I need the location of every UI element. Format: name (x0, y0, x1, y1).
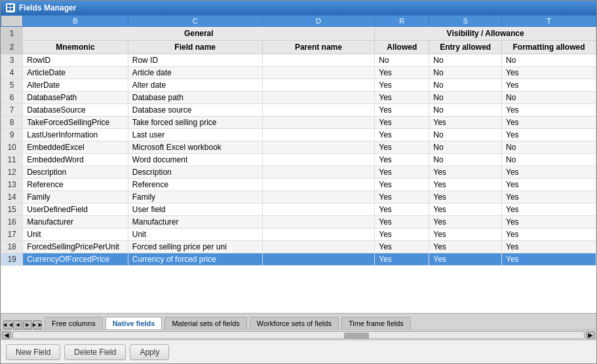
entry-allowed-cell: No (429, 141, 502, 154)
parent-name-cell (262, 179, 375, 191)
col-r-header[interactable]: R (375, 16, 429, 27)
tab-time-frame-fields[interactable]: Time frame fields (341, 317, 411, 329)
scroll-right-btn[interactable]: ► (586, 331, 595, 339)
allowed-cell: Yes (375, 204, 429, 216)
svg-rect-2 (7, 8, 10, 10)
row-num-cell: 15 (1, 204, 23, 216)
parent-name-cell (262, 67, 375, 79)
col-t-header[interactable]: T (502, 16, 596, 27)
allowed-cell: Yes (375, 104, 429, 117)
delete-field-button[interactable]: Delete Field (64, 344, 126, 360)
table-row[interactable]: 4ArticleDateArticle dateYesNoYes (1, 67, 596, 79)
tab-workforce-sets-of-fields[interactable]: Workforce sets of fields (250, 317, 339, 329)
parent-name-cell (262, 166, 375, 179)
bottom-bar: New Field Delete Field Apply (1, 340, 596, 363)
parent-name-cell (262, 228, 375, 241)
apply-button[interactable]: Apply (130, 344, 169, 360)
tab-native-fields[interactable]: Native fields (106, 317, 163, 329)
allowed-cell: Yes (375, 117, 429, 129)
entry-allowed-cell: No (429, 129, 502, 141)
scroll-left-btn[interactable]: ◄ (2, 331, 11, 339)
table-row[interactable]: 9LastUserInformationLast userYesNoYes (1, 129, 596, 141)
table-row[interactable]: 11EmbeddedWordWord documentYesNoNo (1, 154, 596, 166)
entry-allowed-cell: Yes (429, 241, 502, 253)
table-row[interactable]: 18ForcedSellingPricePerUnitForced sellin… (1, 241, 596, 253)
table-row[interactable]: 7DatabaseSourceDatabase sourceYesNoYes (1, 104, 596, 117)
svg-rect-1 (10, 5, 13, 7)
parent-name-cell (262, 117, 375, 129)
parent-name-cell (262, 154, 375, 166)
allowed-cell: Yes (375, 241, 429, 253)
scrollbar-thumb[interactable] (344, 333, 369, 339)
field-name-cell: Microsoft Excel workbook (128, 141, 262, 154)
tab-nav-first[interactable]: ◄◄ (3, 320, 12, 329)
table-row[interactable]: 5AlterDateAlter dateYesNoYes (1, 79, 596, 92)
col-s-header[interactable]: S (429, 16, 502, 27)
tab-material-sets-of-fields[interactable]: Material sets of fields (164, 317, 246, 329)
entry-allowed-cell: Yes (429, 117, 502, 129)
svg-rect-3 (10, 8, 13, 10)
table-row[interactable]: 19CurrencyOfForcedPriceCurrency of force… (1, 253, 596, 266)
tab-nav-prev[interactable]: ◄ (13, 320, 22, 329)
mnemonic-cell: Family (23, 191, 128, 204)
parent-name-cell (262, 191, 375, 204)
visibility-section-header: Visibility / Allowance (375, 27, 596, 41)
col-b-header[interactable]: B (23, 16, 128, 27)
table-row[interactable]: 12DescriptionDescriptionYesYesYes (1, 166, 596, 179)
tab-free-columns[interactable]: Free columns (45, 317, 103, 329)
row-num-cell: 13 (1, 179, 23, 191)
mnemonic-cell: CurrencyOfForcedPrice (23, 253, 128, 266)
fields-manager-window: Fields Manager B C D R S (0, 0, 597, 364)
tabs-container: Free columnsNative fieldsMaterial sets o… (45, 317, 412, 329)
row-num-cell: 6 (1, 92, 23, 104)
new-field-button[interactable]: New Field (6, 344, 60, 360)
entry-allowed-cell: Yes (429, 204, 502, 216)
allowed-cell: Yes (375, 79, 429, 92)
table-row[interactable]: 8TakeForcedSellingPriceTake forced selli… (1, 117, 596, 129)
field-name-cell: Description (128, 166, 262, 179)
formatting-allowed-cell: No (502, 92, 596, 104)
formatting-allowed-cell: Yes (502, 179, 596, 191)
formatting-allowed-cell: No (502, 154, 596, 166)
mnemonic-cell: TakeForcedSellingPrice (23, 117, 128, 129)
table-row[interactable]: 17UnitUnitYesYesYes (1, 228, 596, 241)
allowed-cell: Yes (375, 253, 429, 266)
row-num-cell: 19 (1, 253, 23, 266)
table-row[interactable]: 16ManufacturerManufacturerYesYesYes (1, 216, 596, 228)
tab-nav-last[interactable]: ►► (33, 320, 42, 329)
row-num-cell: 11 (1, 154, 23, 166)
title-bar: Fields Manager (1, 1, 596, 15)
field-name-cell: Alter date (128, 79, 262, 92)
field-name-cell: Reference (128, 179, 262, 191)
col-d-header[interactable]: D (262, 16, 375, 27)
row-num-cell: 10 (1, 141, 23, 154)
parent-name-cell (262, 216, 375, 228)
table-container[interactable]: B C D R S T 1 General Visibility / Allow… (1, 15, 596, 313)
field-name-cell: Article date (128, 67, 262, 79)
col-c-header[interactable]: C (128, 16, 262, 27)
row-num-cell: 17 (1, 228, 23, 241)
formatting-allowed-cell: Yes (502, 241, 596, 253)
allowed-cell: Yes (375, 129, 429, 141)
entry-allowed-col-label: Entry allowed (429, 41, 502, 54)
formatting-allowed-cell: No (502, 54, 596, 67)
row-num-cell: 7 (1, 104, 23, 117)
table-row[interactable]: 10EmbeddedExcelMicrosoft Excel workbookY… (1, 141, 596, 154)
table-row[interactable]: 13ReferenceReferenceYesYesYes (1, 179, 596, 191)
formatting-allowed-cell: Yes (502, 67, 596, 79)
horizontal-scrollbar[interactable] (12, 331, 585, 339)
entry-allowed-cell: No (429, 104, 502, 117)
parent-name-cell (262, 54, 375, 67)
row2-num: 2 (1, 41, 23, 54)
mnemonic-cell: ForcedSellingPricePerUnit (23, 241, 128, 253)
table-row[interactable]: 14FamilyFamilyYesYesYes (1, 191, 596, 204)
row-num-cell: 12 (1, 166, 23, 179)
formatting-allowed-cell: Yes (502, 204, 596, 216)
table-row[interactable]: 6DatabasePathDatabase pathYesNoNo (1, 92, 596, 104)
row-num-cell: 8 (1, 117, 23, 129)
table-row[interactable]: 15UserDefinedFieldUser fieldYesYesYes (1, 204, 596, 216)
row-num-cell: 14 (1, 191, 23, 204)
tab-nav-next[interactable]: ► (23, 320, 32, 329)
table-row[interactable]: 3RowIDRow IDNoNoNo (1, 54, 596, 67)
row-num-cell: 16 (1, 216, 23, 228)
